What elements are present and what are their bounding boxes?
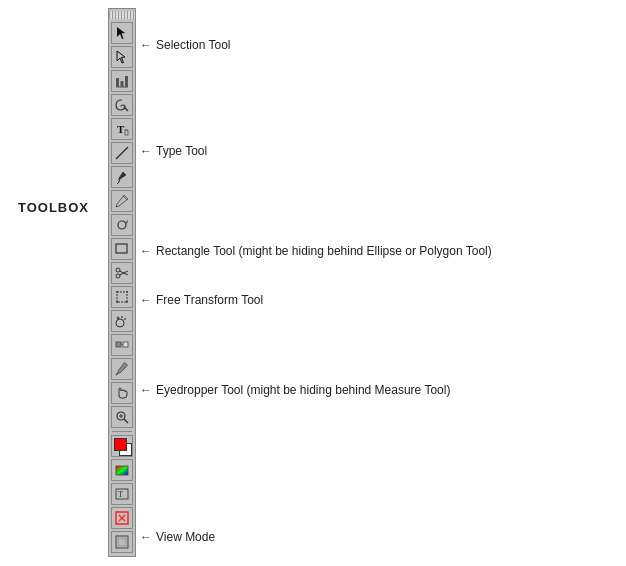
svg-rect-4	[125, 76, 128, 87]
zoom-tool[interactable]	[111, 406, 133, 428]
eyedropper-tool-label-container: Eyedropper Tool (might be hiding behind …	[140, 383, 450, 397]
svg-rect-22	[116, 301, 118, 303]
free-transform-tool-label-container: Free Transform Tool	[140, 293, 263, 307]
selection-tool-label-container: Selection Tool	[140, 38, 231, 52]
svg-point-25	[117, 317, 120, 320]
type-mode-tool[interactable]: T	[111, 483, 133, 505]
toolbar-panel: T	[108, 8, 136, 557]
svg-rect-21	[126, 291, 128, 293]
rotate-tool[interactable]	[111, 214, 133, 236]
svg-point-13	[118, 221, 126, 229]
view-mode-tool[interactable]	[111, 531, 133, 553]
pencil-tool[interactable]	[111, 190, 133, 212]
view-mode-label-container: View Mode	[140, 530, 215, 544]
column-graph-tool[interactable]	[111, 70, 133, 92]
free-transform-tool[interactable]	[111, 286, 133, 308]
color-mode-tool[interactable]	[111, 459, 133, 481]
rectangle-tool-label-container: Rectangle Tool (might be hiding behind E…	[140, 244, 492, 258]
svg-marker-0	[117, 27, 125, 39]
eyedropper-tool[interactable]	[111, 358, 133, 380]
view-mode-arrow: View Mode	[140, 530, 215, 544]
hand-tool[interactable]	[111, 382, 133, 404]
svg-point-24	[116, 319, 124, 327]
eyedropper-tool-label: Eyedropper Tool (might be hiding behind …	[156, 383, 450, 397]
eyedropper-tool-arrow: Eyedropper Tool (might be hiding behind …	[140, 383, 450, 397]
free-transform-tool-arrow: Free Transform Tool	[140, 293, 263, 307]
svg-rect-14	[116, 244, 127, 253]
symbol-sprayer-tool[interactable]	[111, 310, 133, 332]
free-transform-tool-label: Free Transform Tool	[156, 293, 263, 307]
svg-point-26	[121, 316, 123, 318]
selection-tool[interactable]	[111, 22, 133, 44]
type-tool-arrow: Type Tool	[140, 144, 207, 158]
toolbar-grip	[109, 11, 135, 19]
pen-tool[interactable]	[111, 166, 133, 188]
rectangle-tool[interactable]	[111, 238, 133, 260]
svg-rect-19	[117, 292, 127, 302]
selection-tool-label: Selection Tool	[156, 38, 231, 52]
toolbox-label: TOOLBOX	[18, 200, 89, 215]
scissors-tool[interactable]	[111, 262, 133, 284]
blend-tool[interactable]	[111, 334, 133, 356]
rectangle-tool-label: Rectangle Tool (might be hiding behind E…	[156, 244, 492, 258]
separator-1	[112, 431, 132, 432]
svg-point-27	[124, 318, 126, 320]
direct-selection-tool[interactable]	[111, 46, 133, 68]
draw-mode-tool[interactable]	[111, 507, 133, 529]
svg-line-10	[116, 147, 128, 159]
lasso-tool[interactable]	[111, 94, 133, 116]
line-tool[interactable]	[111, 142, 133, 164]
svg-marker-1	[117, 51, 125, 63]
svg-text:T: T	[117, 123, 125, 135]
type-tool-label-container: Type Tool	[140, 144, 207, 158]
svg-line-11	[117, 182, 119, 184]
svg-rect-29	[123, 342, 128, 347]
svg-rect-20	[116, 291, 118, 293]
svg-rect-28	[116, 342, 121, 347]
rectangle-tool-arrow: Rectangle Tool (might be hiding behind E…	[140, 244, 492, 258]
view-mode-label: View Mode	[156, 530, 215, 544]
selection-tool-arrow: Selection Tool	[140, 38, 231, 52]
svg-rect-23	[126, 301, 128, 303]
type-tool[interactable]: T	[111, 118, 133, 140]
svg-rect-3	[121, 81, 124, 87]
svg-rect-8	[125, 130, 128, 135]
svg-line-33	[124, 419, 128, 423]
fill-stroke-tool[interactable]	[111, 435, 133, 457]
svg-rect-2	[116, 78, 119, 87]
svg-rect-36	[116, 466, 128, 475]
svg-text:T: T	[118, 490, 123, 499]
type-tool-label: Type Tool	[156, 144, 207, 158]
svg-rect-43	[118, 538, 126, 546]
svg-line-31	[116, 373, 118, 375]
